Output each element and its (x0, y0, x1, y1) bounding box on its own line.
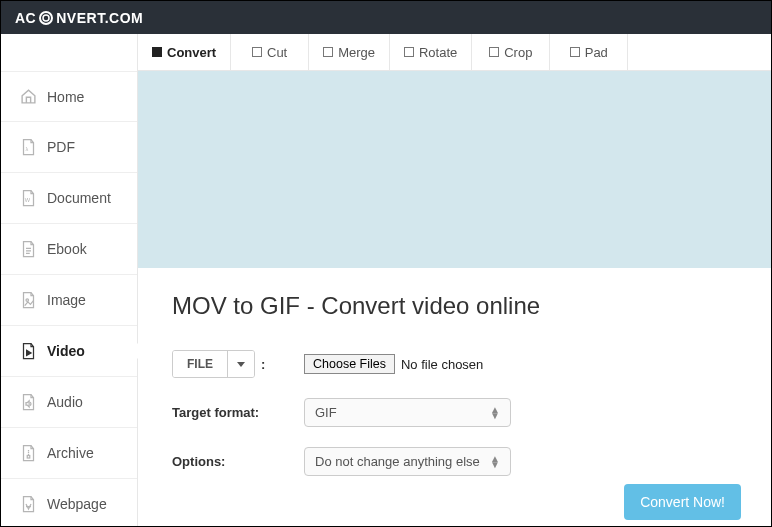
file-source-cell: FILE : (172, 350, 304, 378)
document-icon: W (19, 189, 37, 207)
ebook-icon (19, 240, 37, 258)
square-icon (404, 47, 414, 57)
updown-icon: ▲▼ (490, 407, 500, 419)
sidebar-item-pdf[interactable]: λ PDF (1, 122, 137, 173)
sidebar-item-label: Audio (47, 394, 83, 410)
tab-convert[interactable]: Convert (138, 34, 231, 70)
tab-cut[interactable]: Cut (231, 34, 309, 70)
brand-suffix: NVERT.COM (56, 10, 143, 26)
tab-label: Rotate (419, 45, 457, 60)
target-format-select[interactable]: GIF ▲▼ (304, 398, 511, 427)
brand-prefix: AC (15, 10, 36, 26)
sidebar-item-audio[interactable]: Audio (1, 377, 137, 428)
video-icon (19, 342, 37, 360)
sidebar-item-label: Ebook (47, 241, 87, 257)
sidebar: Home λ PDF W Document Ebook Image Video … (1, 34, 138, 526)
svg-point-0 (40, 12, 52, 24)
options-value: Do not change anything else (315, 454, 480, 469)
options-select[interactable]: Do not change anything else ▲▼ (304, 447, 511, 476)
svg-point-3 (26, 299, 29, 302)
page-title: MOV to GIF - Convert video online (172, 292, 737, 320)
sidebar-item-document[interactable]: W Document (1, 173, 137, 224)
tab-label: Crop (504, 45, 532, 60)
home-icon (19, 88, 37, 105)
colon: : (261, 357, 265, 372)
sidebar-item-image[interactable]: Image (1, 275, 137, 326)
row-file: FILE : Choose Files No file chosen (172, 350, 737, 378)
pdf-icon: λ (19, 138, 37, 156)
tab-merge[interactable]: Merge (309, 34, 390, 70)
tab-label: Convert (167, 45, 216, 60)
content: Convert Cut Merge Rotate Crop Pad MOV to… (138, 34, 771, 526)
svg-text:W: W (24, 197, 30, 203)
caret-down-icon (227, 351, 254, 377)
sidebar-item-home[interactable]: Home (1, 71, 137, 122)
sidebar-item-label: Home (47, 89, 84, 105)
target-format-value: GIF (315, 405, 337, 420)
archive-icon (19, 444, 37, 462)
tab-label: Pad (585, 45, 608, 60)
tab-rotate[interactable]: Rotate (390, 34, 472, 70)
logo-icon (39, 11, 53, 25)
choose-files-button[interactable]: Choose Files (304, 354, 395, 374)
square-icon (152, 47, 162, 57)
sidebar-item-label: Image (47, 292, 86, 308)
page-body: MOV to GIF - Convert video online FILE :… (138, 268, 771, 496)
tab-crop[interactable]: Crop (472, 34, 550, 70)
sidebar-item-label: PDF (47, 139, 75, 155)
options-label: Options: (172, 454, 304, 469)
square-icon (570, 47, 580, 57)
no-file-text: No file chosen (401, 357, 483, 372)
tab-label: Merge (338, 45, 375, 60)
sidebar-item-label: Video (47, 343, 85, 359)
row-options: Options: Do not change anything else ▲▼ (172, 447, 737, 476)
tab-pad[interactable]: Pad (550, 34, 628, 70)
svg-rect-4 (27, 456, 30, 459)
row-target-format: Target format: GIF ▲▼ (172, 398, 737, 427)
topbar: AC NVERT.COM (1, 1, 771, 34)
sidebar-item-video[interactable]: Video (1, 326, 137, 377)
sidebar-item-label: Webpage (47, 496, 107, 512)
svg-text:λ: λ (25, 146, 28, 152)
tabs: Convert Cut Merge Rotate Crop Pad (138, 34, 771, 71)
file-source-dropdown[interactable]: FILE (172, 350, 255, 378)
convert-now-button[interactable]: Convert Now! (624, 484, 741, 520)
tab-label: Cut (267, 45, 287, 60)
sidebar-item-label: Archive (47, 445, 94, 461)
updown-icon: ▲▼ (490, 456, 500, 468)
audio-icon (19, 393, 37, 411)
sidebar-item-webpage[interactable]: Webpage (1, 479, 137, 527)
square-icon (323, 47, 333, 57)
webpage-icon (19, 495, 37, 513)
target-format-label: Target format: (172, 405, 304, 420)
sidebar-item-label: Document (47, 190, 111, 206)
ad-space (138, 71, 771, 268)
square-icon (252, 47, 262, 57)
image-icon (19, 291, 37, 309)
sidebar-item-ebook[interactable]: Ebook (1, 224, 137, 275)
file-source-label: FILE (173, 351, 227, 377)
sidebar-item-archive[interactable]: Archive (1, 428, 137, 479)
square-icon (489, 47, 499, 57)
